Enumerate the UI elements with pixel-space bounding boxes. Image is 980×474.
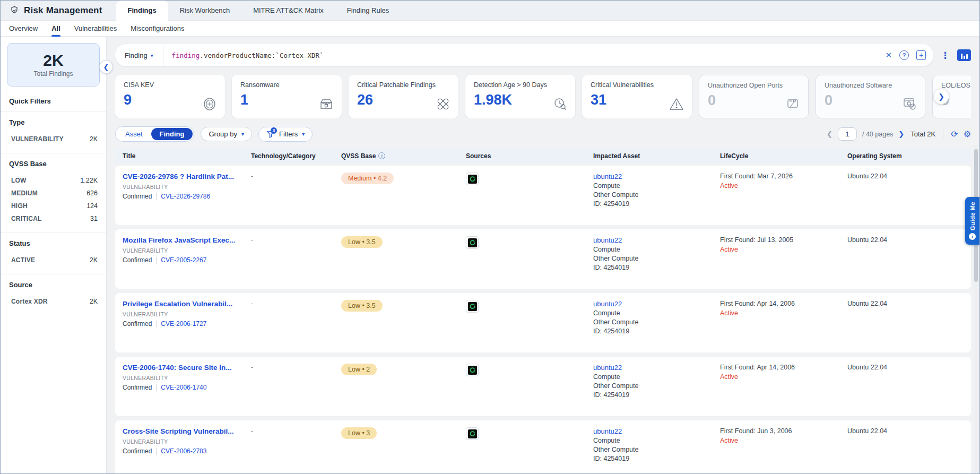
cve-link[interactable]: CVE-2026-29786 [161,193,210,200]
finding-type-label: VULNERABILITY [123,184,244,190]
top-tab[interactable]: Risk Workbench [168,1,241,21]
stat-card[interactable]: Ransomware 1 [232,75,342,118]
col-qvss-base[interactable]: QVSS Base i [334,152,458,160]
source-icon-button[interactable] [466,173,479,185]
add-query-icon[interactable]: + [916,50,926,60]
col-technology-category[interactable]: Technology/Category [244,152,334,160]
cve-link[interactable]: CVE-2005-2267 [161,256,206,264]
stat-card[interactable]: Critical Patchable Findings 26 [349,75,458,118]
source-icon-button[interactable] [466,364,479,376]
impacted-asset-link[interactable]: ubuntu22 [593,364,713,372]
sub-tab[interactable]: Overview [9,21,38,37]
quick-filter-section: Status ACTIVE 2K [1,232,106,274]
guide-me-label: Guide Me [969,202,976,230]
source-icon-button[interactable] [466,300,479,313]
prev-page-icon[interactable]: ❮ [827,130,832,138]
cortex-xdr-icon [468,366,477,375]
toggle-option-label: Asset [125,130,143,138]
quick-filter-item[interactable]: CRITICAL 31 [9,212,98,225]
table-row[interactable]: Privilege Escalation Vulnerabil... VULNE… [115,293,971,352]
toggle-option[interactable]: Finding [151,128,193,140]
top-tab[interactable]: MITRE ATT&CK Matrix [241,1,335,21]
stat-card-label: CISA KEV [124,81,216,89]
finding-title-link[interactable]: Cross-Site Scripting Vulnerabil... [123,427,239,435]
cve-link[interactable]: CVE-2006-1740 [161,384,206,391]
cve-link[interactable]: CVE-2006-1727 [161,320,206,328]
stat-card[interactable]: Unauthorized Software 0 [816,75,925,118]
info-icon[interactable]: i [378,152,385,159]
stat-card[interactable]: Critical Vulnerabilities 31 [582,75,692,118]
stat-card[interactable]: CISA KEV 9 [115,75,225,118]
quick-filter-item[interactable]: Cortex XDR 2K [9,295,98,308]
impacted-asset-link[interactable]: ubuntu22 [593,427,713,435]
source-icon-button[interactable] [466,427,479,440]
col-sources[interactable]: Sources [458,152,586,160]
finding-title-link[interactable]: CVE-2026-29786 ? Hardlink Pat... [123,173,239,180]
next-page-icon[interactable]: ❯ [898,130,904,138]
stat-card[interactable]: Detection Age > 90 Days 1.98K [465,75,575,118]
top-tab[interactable]: Findings [116,1,168,21]
clear-query-icon[interactable]: ✕ [885,50,892,60]
source-icon-button[interactable] [466,236,479,249]
sub-tab[interactable]: All [51,21,60,37]
query-input[interactable]: finding.vendorProductName:`Cortex XDR` [163,51,886,59]
col-operating-system[interactable]: Operating System [840,152,971,160]
stat-card[interactable]: Unauthorized Open Ports 0 [699,75,809,118]
table-row[interactable]: Cross-Site Scripting Vulnerabil... VULNE… [115,420,971,474]
quick-filter-item[interactable]: ACTIVE 2K [9,254,98,266]
asset-category: Compute [593,182,713,189]
quick-filter-item[interactable]: MEDIUM 626 [9,187,98,200]
sub-tab[interactable]: Misconfigurations [131,21,184,37]
table-row[interactable]: CVE-2006-1740: Secure Site In... VULNERA… [115,357,971,416]
stat-card-label: Critical Patchable Findings [357,81,450,89]
stat-card-label: Unauthorized Open Ports [708,82,800,89]
refresh-icon[interactable]: ⟳ [951,129,958,139]
table-row[interactable]: Mozilla Firefox JavaScript Exec... VULNE… [115,229,971,289]
sub-tab-label: Vulnerabilities [74,24,117,32]
cve-link[interactable]: CVE-2006-2783 [161,447,206,455]
findings-table: CVE-2026-29786 ? Hardlink Pat... VULNERA… [115,166,971,474]
first-found-date: First Found: Jun 3, 2006 [720,427,840,435]
finding-title-link[interactable]: CVE-2006-1740: Secure Site In... [123,364,239,372]
filter-count: 626 [86,189,98,197]
finding-title-link[interactable]: Privilege Escalation Vulnerabil... [123,300,239,308]
finding-title-link[interactable]: Mozilla Firefox JavaScript Exec... [123,236,239,244]
filters-button[interactable]: 3 Filters ▾ [258,127,313,142]
impacted-asset-link[interactable]: ubuntu22 [593,173,713,180]
qvss-score-badge: Low • 3.5 [341,236,383,248]
quick-filter-section: Type VULNERABILITY 2K [1,111,106,153]
col-impacted-asset[interactable]: Impacted Asset [586,152,713,160]
toggle-option[interactable]: Asset [117,128,151,140]
qvss-score-badge: Low • 3.5 [341,300,383,312]
table-settings-icon[interactable]: ⚙ [964,129,971,139]
table-row[interactable]: CVE-2026-29786 ? Hardlink Pat... VULNERA… [115,166,971,225]
first-found-date: First Found: Apr 14, 2006 [720,300,840,307]
quick-filter-item[interactable]: VULNERABILITY 2K [9,133,98,145]
page-number-input[interactable] [838,127,857,141]
col-title[interactable]: Title [115,152,244,160]
technology-category-value: - [244,364,334,371]
guide-me-button[interactable]: Guide Me i [965,197,979,245]
lifecycle-status: Active [720,246,840,253]
top-tab-label: Risk Workbench [180,6,230,14]
sub-tab[interactable]: Vulnerabilities [74,21,117,37]
impacted-asset-link[interactable]: ubuntu22 [593,236,713,244]
query-scope-dropdown[interactable]: Finding ▾ [115,44,163,66]
asset-id: ID: 4254019 [593,455,713,462]
cards-scroll-right-button[interactable]: ❯ [934,89,949,104]
group-by-button[interactable]: Group by ▾ [201,127,252,141]
filter-label: HIGH [11,202,28,210]
qvss-score-badge: Medium • 4.2 [341,173,394,184]
divider [943,130,943,139]
sidebar-collapse-button[interactable]: ❮ [99,60,113,74]
finding-status: Confirmed [123,447,152,455]
impacted-asset-link[interactable]: ubuntu22 [593,300,713,308]
top-tab[interactable]: Finding Rules [335,1,401,21]
info-icon: i [969,233,976,240]
quick-filter-item[interactable]: HIGH 124 [9,200,98,212]
chart-view-toggle[interactable] [957,49,971,61]
quick-filter-item[interactable]: LOW 1.22K [9,174,98,187]
help-icon[interactable]: ? [899,50,909,60]
more-options-icon[interactable]: ⋮ [941,50,950,61]
col-lifecycle[interactable]: LifeCycle [713,152,840,160]
